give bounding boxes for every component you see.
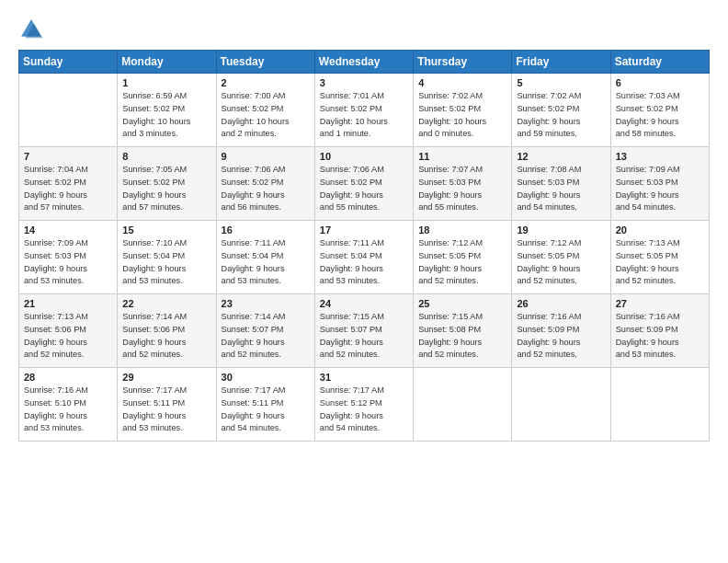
calendar-cell: 12Sunrise: 7:08 AM Sunset: 5:03 PM Dayli…	[512, 147, 610, 221]
header-thursday: Thursday	[414, 51, 512, 74]
calendar-cell: 22Sunrise: 7:14 AM Sunset: 5:06 PM Dayli…	[118, 294, 216, 368]
day-number: 4	[418, 77, 506, 88]
day-number: 2	[222, 77, 310, 88]
day-number: 16	[222, 224, 310, 236]
day-content: Sunrise: 7:15 AM Sunset: 5:07 PM Dayligh…	[320, 311, 408, 362]
calendar-cell: 11Sunrise: 7:07 AM Sunset: 5:03 PM Dayli…	[414, 147, 512, 221]
calendar-cell: 13Sunrise: 7:09 AM Sunset: 5:03 PM Dayli…	[610, 147, 709, 221]
day-content: Sunrise: 7:11 AM Sunset: 5:04 PM Dayligh…	[320, 237, 408, 288]
day-number: 10	[320, 151, 408, 162]
calendar-cell: 19Sunrise: 7:12 AM Sunset: 5:05 PM Dayli…	[512, 221, 610, 294]
calendar-cell: 14Sunrise: 7:09 AM Sunset: 5:03 PM Dayli…	[19, 221, 118, 294]
calendar-cell	[19, 74, 118, 147]
day-content: Sunrise: 7:07 AM Sunset: 5:03 PM Dayligh…	[418, 164, 506, 214]
day-number: 13	[616, 151, 704, 162]
calendar-cell: 17Sunrise: 7:11 AM Sunset: 5:04 PM Dayli…	[314, 221, 413, 294]
calendar-cell: 9Sunrise: 7:06 AM Sunset: 5:02 PM Daylig…	[216, 147, 314, 221]
header-friday: Friday	[512, 51, 610, 74]
header-tuesday: Tuesday	[216, 51, 314, 74]
day-content: Sunrise: 7:06 AM Sunset: 5:02 PM Dayligh…	[222, 164, 310, 214]
day-content: Sunrise: 7:14 AM Sunset: 5:06 PM Dayligh…	[122, 311, 210, 362]
day-number: 21	[24, 298, 112, 309]
calendar-cell: 31Sunrise: 7:17 AM Sunset: 5:12 PM Dayli…	[314, 368, 413, 442]
calendar-cell: 29Sunrise: 7:17 AM Sunset: 5:11 PM Dayli…	[118, 368, 216, 442]
calendar-week-5: 28Sunrise: 7:16 AM Sunset: 5:10 PM Dayli…	[19, 368, 710, 442]
day-number: 5	[517, 77, 605, 88]
day-content: Sunrise: 6:59 AM Sunset: 5:02 PM Dayligh…	[122, 90, 210, 141]
header-saturday: Saturday	[610, 51, 709, 74]
day-content: Sunrise: 7:00 AM Sunset: 5:02 PM Dayligh…	[222, 90, 310, 141]
day-number: 11	[418, 151, 506, 162]
calendar-cell: 23Sunrise: 7:14 AM Sunset: 5:07 PM Dayli…	[216, 294, 314, 368]
day-content: Sunrise: 7:08 AM Sunset: 5:03 PM Dayligh…	[517, 164, 605, 214]
calendar-cell: 24Sunrise: 7:15 AM Sunset: 5:07 PM Dayli…	[314, 294, 413, 368]
day-number: 7	[24, 151, 112, 162]
day-content: Sunrise: 7:16 AM Sunset: 5:10 PM Dayligh…	[24, 385, 112, 435]
day-content: Sunrise: 7:13 AM Sunset: 5:06 PM Dayligh…	[24, 311, 112, 362]
calendar-header-row: SundayMondayTuesdayWednesdayThursdayFrid…	[19, 51, 710, 74]
day-content: Sunrise: 7:09 AM Sunset: 5:03 PM Dayligh…	[616, 164, 704, 214]
day-content: Sunrise: 7:02 AM Sunset: 5:02 PM Dayligh…	[517, 90, 605, 141]
day-number: 1	[122, 77, 210, 88]
day-number: 3	[320, 77, 408, 88]
calendar-cell: 26Sunrise: 7:16 AM Sunset: 5:09 PM Dayli…	[512, 294, 610, 368]
calendar-cell	[414, 368, 512, 442]
day-content: Sunrise: 7:01 AM Sunset: 5:02 PM Dayligh…	[320, 90, 408, 141]
day-content: Sunrise: 7:14 AM Sunset: 5:07 PM Dayligh…	[222, 311, 310, 362]
day-number: 8	[122, 151, 210, 162]
calendar-cell: 21Sunrise: 7:13 AM Sunset: 5:06 PM Dayli…	[19, 294, 118, 368]
header-wednesday: Wednesday	[314, 51, 413, 74]
day-content: Sunrise: 7:17 AM Sunset: 5:11 PM Dayligh…	[222, 385, 310, 435]
calendar-week-3: 14Sunrise: 7:09 AM Sunset: 5:03 PM Dayli…	[19, 221, 710, 294]
day-number: 20	[616, 224, 704, 236]
calendar-cell	[610, 368, 709, 442]
logo	[18, 17, 46, 42]
day-content: Sunrise: 7:06 AM Sunset: 5:02 PM Dayligh…	[320, 164, 408, 214]
header-monday: Monday	[118, 51, 216, 74]
day-number: 26	[517, 298, 605, 309]
day-number: 15	[122, 224, 210, 236]
calendar-cell: 25Sunrise: 7:15 AM Sunset: 5:08 PM Dayli…	[414, 294, 512, 368]
calendar-cell: 7Sunrise: 7:04 AM Sunset: 5:02 PM Daylig…	[19, 147, 118, 221]
calendar-cell: 1Sunrise: 6:59 AM Sunset: 5:02 PM Daylig…	[118, 74, 216, 147]
calendar-table: SundayMondayTuesdayWednesdayThursdayFrid…	[18, 50, 710, 442]
day-content: Sunrise: 7:04 AM Sunset: 5:02 PM Dayligh…	[24, 164, 112, 214]
calendar-cell: 15Sunrise: 7:10 AM Sunset: 5:04 PM Dayli…	[118, 221, 216, 294]
calendar-cell: 3Sunrise: 7:01 AM Sunset: 5:02 PM Daylig…	[314, 74, 413, 147]
day-number: 17	[320, 224, 408, 236]
calendar-cell: 5Sunrise: 7:02 AM Sunset: 5:02 PM Daylig…	[512, 74, 610, 147]
calendar-cell	[512, 368, 610, 442]
day-content: Sunrise: 7:16 AM Sunset: 5:09 PM Dayligh…	[517, 311, 605, 362]
day-content: Sunrise: 7:10 AM Sunset: 5:04 PM Dayligh…	[122, 237, 210, 288]
header-row	[18, 17, 710, 42]
day-content: Sunrise: 7:12 AM Sunset: 5:05 PM Dayligh…	[418, 237, 506, 288]
day-content: Sunrise: 7:16 AM Sunset: 5:09 PM Dayligh…	[616, 311, 704, 362]
day-content: Sunrise: 7:11 AM Sunset: 5:04 PM Dayligh…	[222, 237, 310, 288]
calendar-cell: 27Sunrise: 7:16 AM Sunset: 5:09 PM Dayli…	[610, 294, 709, 368]
day-content: Sunrise: 7:02 AM Sunset: 5:02 PM Dayligh…	[418, 90, 506, 141]
day-number: 23	[222, 298, 310, 309]
day-number: 19	[517, 224, 605, 236]
calendar-cell: 6Sunrise: 7:03 AM Sunset: 5:02 PM Daylig…	[610, 74, 709, 147]
day-content: Sunrise: 7:15 AM Sunset: 5:08 PM Dayligh…	[418, 311, 506, 362]
day-content: Sunrise: 7:17 AM Sunset: 5:11 PM Dayligh…	[122, 385, 210, 435]
calendar-cell: 20Sunrise: 7:13 AM Sunset: 5:05 PM Dayli…	[610, 221, 709, 294]
day-number: 29	[122, 372, 210, 383]
calendar-cell: 10Sunrise: 7:06 AM Sunset: 5:02 PM Dayli…	[314, 147, 413, 221]
day-content: Sunrise: 7:17 AM Sunset: 5:12 PM Dayligh…	[320, 385, 408, 435]
day-content: Sunrise: 7:05 AM Sunset: 5:02 PM Dayligh…	[122, 164, 210, 214]
day-content: Sunrise: 7:13 AM Sunset: 5:05 PM Dayligh…	[616, 237, 704, 288]
day-number: 18	[418, 224, 506, 236]
day-number: 27	[616, 298, 704, 309]
calendar-cell: 30Sunrise: 7:17 AM Sunset: 5:11 PM Dayli…	[216, 368, 314, 442]
day-number: 14	[24, 224, 112, 236]
day-number: 31	[320, 372, 408, 383]
day-content: Sunrise: 7:09 AM Sunset: 5:03 PM Dayligh…	[24, 237, 112, 288]
calendar-cell: 18Sunrise: 7:12 AM Sunset: 5:05 PM Dayli…	[414, 221, 512, 294]
day-number: 6	[616, 77, 704, 88]
calendar-cell: 28Sunrise: 7:16 AM Sunset: 5:10 PM Dayli…	[19, 368, 118, 442]
day-content: Sunrise: 7:03 AM Sunset: 5:02 PM Dayligh…	[616, 90, 704, 141]
calendar-cell: 16Sunrise: 7:11 AM Sunset: 5:04 PM Dayli…	[216, 221, 314, 294]
logo-icon	[18, 17, 44, 42]
day-number: 12	[517, 151, 605, 162]
